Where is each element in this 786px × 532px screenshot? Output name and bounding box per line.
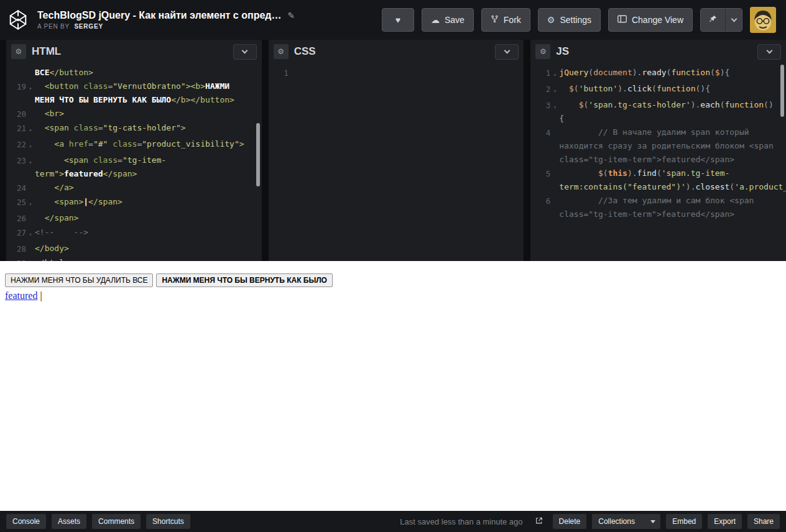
html-scrollbar-thumb[interactable]	[256, 123, 260, 186]
pin-split-button	[700, 8, 742, 32]
code-text: </html>	[35, 256, 262, 261]
code-line: 24 </a>	[6, 181, 262, 195]
author-link[interactable]: sergey	[74, 23, 103, 30]
fold-arrow-icon[interactable]: ▾	[26, 154, 35, 170]
js-settings-gear-icon[interactable]: ⚙	[535, 44, 550, 59]
js-code-editor[interactable]: 1▾jQuery(document).ready(function($){2▾ …	[530, 63, 786, 261]
fork-button[interactable]: Fork	[481, 8, 530, 32]
restore-button[interactable]: НАЖМИ МЕНЯ ЧТО БЫ ВЕРНУТЬ КАК БЫЛО	[156, 273, 332, 287]
css-code-editor[interactable]: 1	[269, 63, 524, 261]
export-button[interactable]: Export	[708, 514, 742, 529]
save-label: Save	[445, 15, 465, 25]
console-button[interactable]: Console	[6, 514, 46, 529]
pen-title: TechBlogSD jQuery - Как найти элемент с …	[37, 10, 281, 21]
fold-gutter	[26, 66, 35, 68]
byline-label: A PEN BY	[37, 23, 70, 30]
fold-arrow-icon[interactable]: ▾	[26, 121, 35, 137]
fold-arrow-icon[interactable]: ▾	[26, 195, 35, 211]
code-line: 29</html>	[6, 256, 262, 261]
js-collapse-button[interactable]	[757, 44, 781, 60]
line-number: 2	[530, 82, 550, 96]
save-button[interactable]: ☁ Save	[422, 8, 474, 32]
settings-button[interactable]: ⚙ Settings	[538, 8, 601, 32]
chevron-down-icon	[504, 47, 510, 53]
gear-icon: ⚙	[547, 15, 555, 25]
code-text: <!-- -->	[35, 226, 262, 239]
code-line: 1▾jQuery(document).ready(function($){	[530, 66, 786, 82]
css-settings-gear-icon[interactable]: ⚙	[274, 44, 289, 59]
code-text: </a>	[35, 181, 262, 195]
code-text: $(this).find('span.tg-item-term:contains…	[559, 167, 786, 194]
comments-button[interactable]: Comments	[92, 514, 141, 529]
edit-title-icon[interactable]: ✎	[287, 11, 295, 21]
js-panel-title: JS	[556, 45, 569, 58]
chevron-down-icon	[766, 47, 772, 53]
fold-arrow-icon[interactable]: ▾	[26, 80, 35, 96]
code-line: 25▾ <span>|</span>	[6, 195, 262, 211]
code-line: 20 <br>	[6, 107, 262, 121]
line-number: 25	[6, 195, 26, 209]
embed-button[interactable]: Embed	[666, 514, 702, 529]
chevron-down-icon	[731, 16, 737, 22]
html-settings-gear-icon[interactable]: ⚙	[11, 44, 26, 59]
shortcuts-button[interactable]: Shortcuts	[146, 514, 190, 529]
change-view-button[interactable]: Change View	[608, 8, 693, 32]
code-text: <br>	[35, 107, 262, 121]
featured-link[interactable]: featured	[5, 290, 37, 301]
code-text: $('span.tg-cats-holder').each(function()…	[559, 98, 786, 126]
code-text: </span>	[35, 211, 262, 225]
like-button[interactable]: ♥	[382, 8, 414, 32]
fold-gutter	[550, 167, 559, 169]
line-number: 29	[6, 256, 26, 261]
line-number: 1	[530, 66, 550, 80]
fold-arrow-icon[interactable]: ▾	[26, 226, 35, 242]
code-text: //За тем удалим и сам блок <span class="…	[559, 194, 786, 221]
delete-button[interactable]: Delete	[553, 514, 587, 529]
heart-icon: ♥	[395, 15, 400, 25]
collections-dropdown[interactable]: Collections	[592, 514, 660, 529]
fork-label: Fork	[504, 15, 521, 25]
code-text: // В начале удалим span который находитс…	[559, 126, 786, 167]
html-panel: ⚙ HTML ВСЕ</button>19▾ <button class="Ve…	[6, 40, 262, 261]
code-line: 5 $(this).find('span.tg-item-term:contai…	[530, 167, 786, 194]
code-text: $('button').click(function(){	[559, 82, 786, 96]
line-number: 5	[530, 167, 550, 181]
avatar[interactable]	[750, 7, 776, 33]
line-number: 4	[530, 126, 550, 140]
delete-all-button[interactable]: НАЖМИ МЕНЯ ЧТО БЫ УДАЛИТЬ ВСЕ	[5, 273, 153, 287]
layout-icon	[617, 15, 627, 25]
fold-arrow-icon[interactable]: ▾	[550, 98, 559, 114]
fold-arrow-icon[interactable]: ▾	[550, 66, 559, 82]
header-actions: ♥ ☁ Save Fork ⚙ Settings	[382, 7, 776, 33]
header: TechBlogSD jQuery - Как найти элемент с …	[0, 0, 786, 40]
css-collapse-button[interactable]	[495, 44, 519, 60]
fold-arrow-icon[interactable]: ▾	[550, 82, 559, 98]
pin-button[interactable]	[701, 9, 726, 31]
html-panel-header: ⚙ HTML	[6, 40, 262, 63]
pin-icon	[708, 14, 718, 25]
pen-title-block: TechBlogSD jQuery - Как найти элемент с …	[37, 10, 295, 30]
pipe-separator: |	[40, 290, 42, 301]
line-number: 26	[6, 211, 26, 226]
assets-button[interactable]: Assets	[52, 514, 86, 529]
share-button[interactable]: Share	[747, 514, 780, 529]
line-number: 19	[6, 80, 26, 94]
js-scrollbar-thumb[interactable]	[780, 65, 784, 117]
html-collapse-button[interactable]	[233, 44, 257, 60]
line-number: 27	[6, 226, 26, 240]
pin-dropdown-button[interactable]	[726, 9, 742, 31]
fold-gutter	[26, 181, 35, 183]
css-panel-header: ⚙ CSS	[269, 40, 524, 63]
fold-arrow-icon[interactable]: ▾	[26, 137, 35, 154]
code-line: 4 // В начале удалим span который находи…	[530, 126, 786, 167]
line-number: 20	[6, 107, 26, 121]
codepen-logo-icon[interactable]	[7, 9, 29, 30]
line-number: 6	[530, 194, 550, 208]
open-preview-button[interactable]	[531, 514, 547, 529]
code-line: 28</body>	[6, 242, 262, 256]
fold-gutter	[26, 256, 35, 259]
html-code-editor[interactable]: ВСЕ</button>19▾ <button class="VernutObr…	[6, 63, 262, 261]
code-text: <span>|</span>	[35, 195, 262, 209]
caret-down-icon	[650, 520, 655, 523]
line-number: 28	[6, 242, 26, 256]
